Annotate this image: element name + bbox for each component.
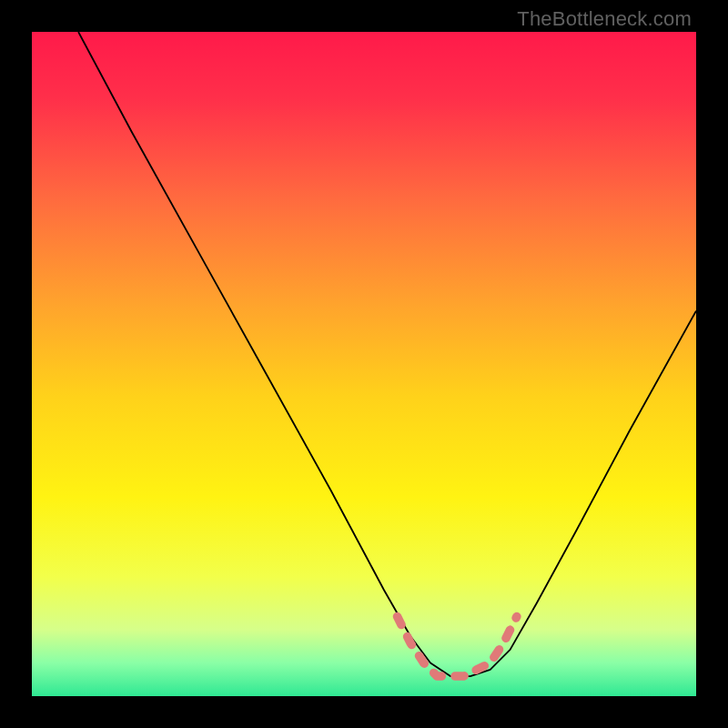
chart-plot-area [32,32,696,696]
chart-svg-layer [32,32,696,696]
watermark-text: TheBottleneck.com [517,7,692,31]
frame: TheBottleneck.com [0,0,728,728]
bottleneck-curve [78,32,696,676]
optimal-range-highlight [398,616,517,676]
